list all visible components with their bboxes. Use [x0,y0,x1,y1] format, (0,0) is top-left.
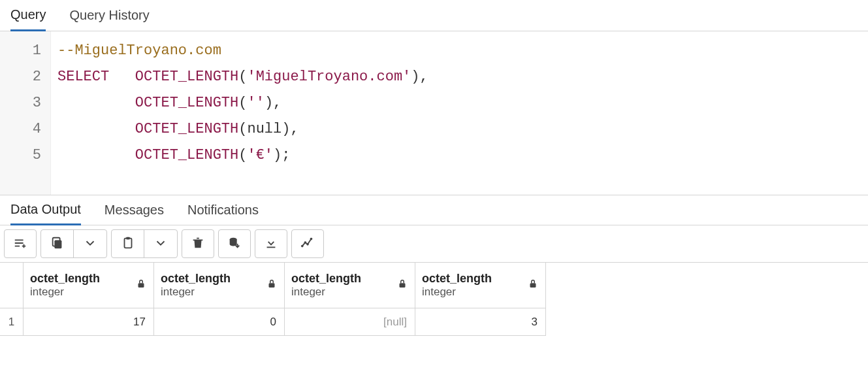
rownum-header[interactable] [0,263,24,308]
result-grid[interactable]: octet_length integer octet_length intege… [0,263,868,336]
paste-dropdown[interactable] [144,230,177,257]
code-string: 'MiguelTroyano.com' [247,69,411,85]
lock-icon [135,278,147,293]
tab-query[interactable]: Query [10,1,46,31]
result-data-row[interactable]: 1 17 0 [null] 3 [0,308,868,336]
code-comment: --MiguelTroyano.com [57,42,221,59]
result-header-row: octet_length integer octet_length intege… [0,263,868,308]
copy-icon [50,236,65,252]
chevron-down-icon [153,236,168,252]
svg-rect-11 [269,283,275,288]
column-name: octet_length [30,272,100,286]
svg-point-7 [304,241,307,244]
lock-icon [266,278,278,293]
add-row-button[interactable] [4,229,37,258]
output-toolbar [0,225,868,263]
line-number: 4 [9,116,41,142]
code-null: null [247,121,281,137]
column-type: integer [291,286,361,299]
column-header[interactable]: octet_length integer [24,263,154,308]
line-number: 5 [9,142,41,169]
column-name: octet_length [422,272,492,286]
line-gutter: 1 2 3 4 5 [0,31,51,195]
tab-messages[interactable]: Messages [104,195,164,225]
data-cell[interactable]: 0 [154,308,285,336]
column-header[interactable]: octet_length integer [285,263,415,308]
row-number[interactable]: 1 [0,308,24,336]
code-keyword: SELECT [57,69,109,85]
chart-icon [300,236,315,252]
line-number: 1 [9,38,41,64]
column-header[interactable]: octet_length integer [154,263,285,308]
column-name: octet_length [161,272,231,286]
column-type: integer [30,286,100,299]
svg-rect-13 [530,283,536,288]
copy-group [40,229,107,258]
svg-rect-12 [400,283,406,288]
lock-icon [527,278,539,293]
svg-rect-3 [126,237,130,239]
code-string: '' [247,95,264,111]
save-data-button[interactable] [218,229,251,258]
svg-point-9 [310,237,313,240]
download-button[interactable] [255,229,287,258]
column-type: integer [161,286,231,299]
data-cell[interactable]: 17 [24,308,154,336]
svg-point-6 [301,244,304,247]
add-row-icon [13,236,27,252]
copy-button[interactable] [41,230,74,257]
line-number: 2 [9,64,41,90]
chart-button[interactable] [291,229,324,258]
paste-group [111,229,178,258]
data-cell[interactable]: 3 [415,308,546,336]
save-data-icon [227,236,242,252]
copy-dropdown[interactable] [74,230,106,257]
paste-button[interactable] [112,230,144,257]
svg-rect-10 [138,283,144,288]
download-icon [264,236,278,252]
code-func: OCTET_LENGTH [135,147,238,163]
trash-icon [191,236,205,252]
line-number: 3 [9,90,41,116]
code-func: OCTET_LENGTH [135,95,238,111]
sql-editor[interactable]: 1 2 3 4 5 --MiguelTroyano.com SELECT OCT… [0,31,868,195]
chevron-down-icon [83,236,97,252]
lock-icon [396,278,408,293]
sql-code[interactable]: --MiguelTroyano.com SELECT OCTET_LENGTH(… [51,31,868,195]
tab-query-history[interactable]: Query History [69,0,149,31]
editor-tab-bar: Query Query History [0,0,868,31]
svg-point-8 [306,243,309,246]
svg-rect-0 [54,240,61,248]
code-func: OCTET_LENGTH [135,121,238,137]
delete-button[interactable] [182,229,214,258]
code-func: OCTET_LENGTH [135,69,238,85]
code-string: '€' [247,147,273,163]
svg-rect-2 [124,238,131,248]
tab-notifications[interactable]: Notifications [187,195,259,225]
paste-icon [121,236,135,252]
column-name: octet_length [291,272,361,286]
tab-data-output[interactable]: Data Output [10,196,81,225]
data-cell-null[interactable]: [null] [285,308,415,336]
column-header[interactable]: octet_length integer [415,263,546,308]
column-type: integer [422,286,492,299]
svg-rect-5 [267,246,276,248]
output-tab-bar: Data Output Messages Notifications [0,195,868,225]
